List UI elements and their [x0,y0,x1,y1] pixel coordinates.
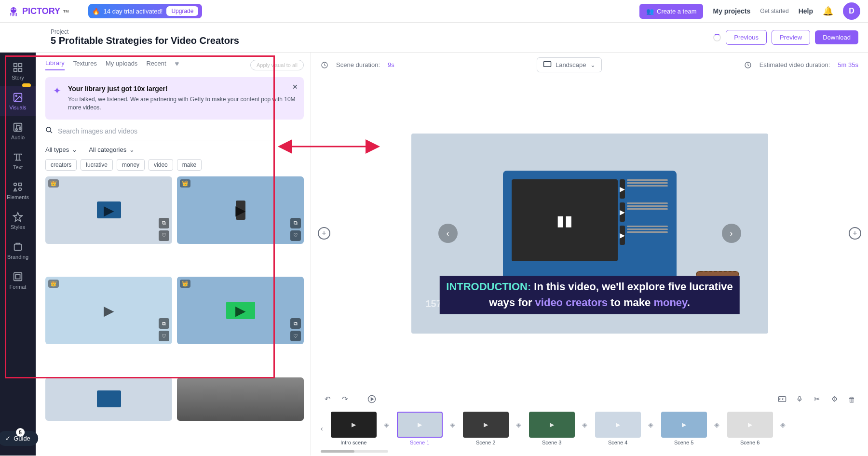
heart-icon[interactable]: ♡ [159,230,169,241]
copy-icon[interactable]: ⧉ [290,218,301,228]
scene-intro[interactable]: ▶ Intro scene 👁 [331,412,377,445]
svg-rect-17 [15,274,20,279]
my-projects-link[interactable]: My projects [713,7,750,15]
undo-icon[interactable]: ↶ [323,394,332,404]
chevron-down-icon: ⌄ [129,146,135,153]
transition-icon[interactable]: ◈ [581,420,589,429]
nav-format[interactable]: Format [0,266,36,295]
logo[interactable]: PICTORY TM [8,5,69,17]
nav-story[interactable]: Story [0,56,36,86]
search-row [45,126,304,140]
scissors-icon[interactable]: ✂ [812,394,822,404]
tab-textures[interactable]: Textures [73,60,97,70]
tag-chip[interactable]: make [177,159,202,171]
svg-rect-15 [14,244,22,251]
gear-icon[interactable]: ⚙ [829,394,839,404]
filter-types[interactable]: All types⌄ [45,146,77,153]
transition-icon[interactable]: ◈ [647,420,655,429]
nav-branding[interactable]: Branding [0,236,36,266]
scene-5[interactable]: ▶ Scene 5 [661,412,707,445]
media-card[interactable] [177,377,304,421]
guide-button[interactable]: ✓ Guide 5 [0,431,38,446]
media-card[interactable] [45,377,172,421]
notification-icon[interactable]: 🔔 [823,6,833,16]
scene-strip: ▶ Intro scene 👁 ◈ ▶ Scene 1 ◈ ▶ Scene 2 … [331,412,860,445]
preview-canvas[interactable]: ‹ ▮▮ ▶ ▶ ▶ 1574699864 INTRODU [411,134,768,334]
heart-icon[interactable]: ♡ [290,230,301,241]
cc-icon[interactable] [777,394,787,404]
redo-icon[interactable]: ↷ [340,394,350,404]
nav-text[interactable]: Text [0,146,36,176]
visuals-tabs: Library Textures My uploads Recent ♥ App… [45,59,304,70]
copy-icon[interactable]: ⧉ [290,318,301,329]
play-icon: ▶ [748,421,752,428]
play-icon: ▶ [418,421,422,428]
apply-visual-button[interactable]: Apply visual to all [250,60,304,70]
play-icon: ▶ [682,421,686,428]
download-button[interactable]: Download [815,30,858,44]
orientation-select[interactable]: Landscape ⌄ [537,57,602,72]
scene-6[interactable]: ▶ Scene 6 [727,412,773,445]
caption-overlay[interactable]: INTRODUCTION: In this video, we'll explo… [439,276,739,314]
mic-icon[interactable] [795,394,804,404]
main-area: Story Visuals Audio Text Elements Styles… [0,53,868,456]
avatar[interactable]: D [843,2,860,20]
nav-elements[interactable]: Elements [0,176,36,206]
nav-audio[interactable]: Audio [0,116,36,146]
nav-styles[interactable]: Styles [0,206,36,236]
get-started-link[interactable]: Get started [760,8,788,14]
media-card[interactable]: 👑 ▶ ⧉♡ [45,176,172,244]
play-icon[interactable] [367,394,377,404]
play-icon: ▶ [235,303,246,319]
help-link[interactable]: Help [799,7,813,15]
preview-button[interactable]: Preview [772,30,810,45]
transition-icon[interactable]: ◈ [713,420,721,429]
timeline-scrollbar[interactable] [321,450,388,453]
scene-2[interactable]: ▶ Scene 2 [463,412,509,445]
copy-icon[interactable]: ⧉ [159,218,169,228]
scene-4[interactable]: ▶ Scene 4 [595,412,641,445]
next-scene-arrow[interactable]: › [722,224,741,243]
add-scene-after-button[interactable]: + [849,227,861,240]
filter-categories[interactable]: All categories⌄ [89,146,135,153]
banner-close-button[interactable]: ✕ [292,83,298,91]
tab-my-uploads[interactable]: My uploads [106,60,137,70]
logo-icon [8,5,19,17]
media-card[interactable]: 👑 ▶ ⧉♡ [177,277,304,344]
heart-icon[interactable]: ♡ [290,331,301,341]
transition-icon[interactable]: ◈ [779,420,787,429]
preview-stage: + ‹ ▮▮ ▶ ▶ ▶ 1574699864 [311,77,868,389]
media-card[interactable]: 👑 ▶ ⧉♡ [45,277,172,344]
trash-icon[interactable]: 🗑 [847,394,856,404]
scene-1[interactable]: ▶ Scene 1 [397,412,443,445]
tag-chip[interactable]: creators [45,159,77,171]
transition-icon[interactable]: ◈ [448,420,457,429]
copy-icon[interactable]: ⧉ [159,318,169,329]
transition-icon[interactable]: ◈ [382,420,391,429]
scene-3[interactable]: ▶ Scene 3 [529,412,575,445]
create-team-button[interactable]: 👥 Create a team [639,4,703,19]
project-title: 5 Profitable Strategies for Video Creato… [51,35,239,46]
tag-chip[interactable]: lucrative [81,159,113,171]
svg-rect-13 [19,183,22,186]
transition-icon[interactable]: ◈ [515,420,523,429]
svg-rect-5 [14,68,17,71]
svg-point-18 [46,127,51,132]
add-scene-before-button[interactable]: + [318,227,330,240]
premium-icon: 👑 [180,280,190,288]
tag-chip[interactable]: video [149,159,173,171]
video-duration-label: Estimated video duration: [760,61,830,68]
premium-icon: 👑 [180,179,190,188]
nav-visuals[interactable]: Visuals [0,86,36,116]
tab-recent[interactable]: Recent [146,60,166,70]
tag-chip[interactable]: money [117,159,145,171]
previous-button[interactable]: Previous [726,30,767,45]
tab-library[interactable]: Library [45,59,65,70]
media-card[interactable]: 👑 ▶ ⧉♡ [177,176,304,244]
prev-scene-arrow[interactable]: ‹ [438,224,458,243]
search-input[interactable] [58,127,304,135]
timeline-prev-arrow[interactable]: ‹ [319,423,325,434]
tab-favorites[interactable]: ♥ [175,59,179,70]
upgrade-button[interactable]: Upgrade [166,6,198,16]
heart-icon[interactable]: ♡ [159,331,169,341]
